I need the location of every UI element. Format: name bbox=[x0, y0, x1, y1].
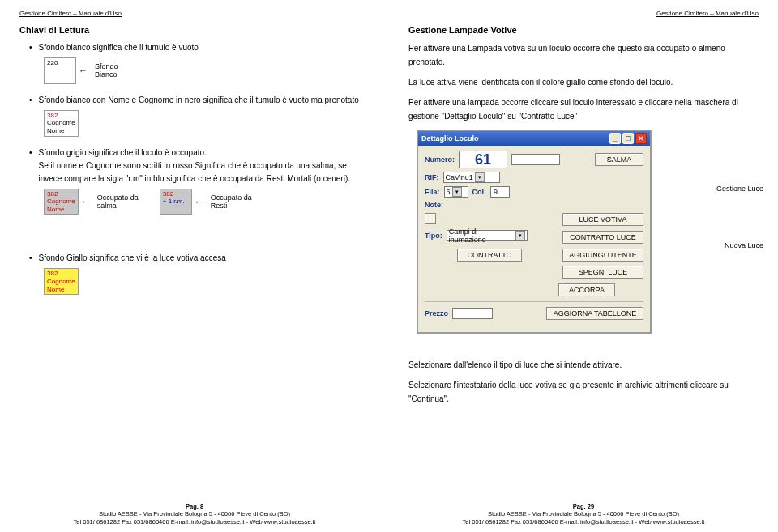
close-button[interactable]: × bbox=[635, 133, 647, 144]
col-label: Col: bbox=[472, 188, 487, 196]
tipo-select[interactable]: Campi di inumazione ▾ bbox=[447, 230, 528, 241]
arrow-icon bbox=[76, 66, 90, 75]
bullet-icon: • bbox=[29, 147, 32, 160]
cell-yellow: 382 Cognome Nome bbox=[44, 268, 79, 295]
side-note-gestione-luce: Gestione Luce bbox=[716, 185, 763, 194]
chevron-down-icon[interactable]: ▾ bbox=[475, 172, 485, 182]
bullet-3-p2: Se il nome e Cognome sono scritti in ros… bbox=[39, 161, 351, 183]
cell-rm: + 1 r.m. bbox=[163, 198, 185, 205]
footer-right: Pag. 29 Studio AESSE - Via Provinciale B… bbox=[408, 500, 759, 526]
numero-label: Numero: bbox=[425, 155, 455, 164]
bullet-icon: • bbox=[29, 94, 32, 107]
salma-button[interactable]: SALMA bbox=[595, 153, 643, 166]
footer-line3: Tel 051/ 6861282 Fax 051/6860406 E-mail:… bbox=[463, 518, 705, 526]
accorpa-button[interactable]: ACCORPA bbox=[558, 283, 615, 296]
cell-cognome: Cognome bbox=[47, 278, 75, 285]
luce-votiva-button[interactable]: LUCE VOTIVA bbox=[562, 213, 643, 226]
cell-num: 382 bbox=[47, 112, 58, 119]
dialog-titlebar[interactable]: Dettaglio Loculo _ □ × bbox=[418, 131, 650, 146]
bullet-text-3: Sfondo grigio significa che il loculo è … bbox=[39, 147, 370, 185]
content-right: Gestione Lampade Votive Per attivare una… bbox=[408, 25, 759, 500]
contratto-button[interactable]: CONTRATTO bbox=[457, 249, 522, 262]
bullet-3-p1: Sfondo grigio significa che il loculo è … bbox=[39, 148, 207, 157]
paragraph-5: Selezionare l'intestatario della luce vo… bbox=[408, 378, 759, 406]
arrow-icon bbox=[192, 197, 206, 206]
footer-left: Pag. 8 Studio AESSE - Via Provinciale Bo… bbox=[19, 500, 370, 526]
footer-line3: Tel 051/ 6861282 Fax 051/6860406 E-mail:… bbox=[74, 518, 316, 526]
example-row-3: 382 Cognome Nome Occupato da salma 382 +… bbox=[44, 189, 370, 215]
tipo-value: Campi di inumazione bbox=[449, 228, 514, 244]
cell-label-line1: Sfondo bbox=[95, 62, 118, 70]
cell-num: 382 bbox=[47, 190, 58, 198]
cell-label-3b: Occupato da Resti bbox=[211, 194, 252, 210]
cell-num: 220 bbox=[47, 59, 58, 66]
bullet-text-2: Sfondo bianco con Nome e Cognome in nero… bbox=[39, 94, 370, 107]
chapter-title-right: Gestione Lampade Votive bbox=[408, 25, 759, 35]
contratto-luce-button[interactable]: CONTRATTO LUCE bbox=[562, 231, 643, 244]
spegni-luce-button[interactable]: SPEGNI LUCE bbox=[562, 266, 643, 279]
cell-nome: Nome bbox=[47, 206, 64, 213]
bullet-text-1: Sfondo bianco significa che il tumulo è … bbox=[39, 41, 370, 54]
paragraph-2: La luce attiva viene identificata con il… bbox=[408, 75, 759, 89]
rif-select[interactable]: CaVinu1 ▾ bbox=[443, 172, 500, 183]
cell-label-3a: Occupato da salma bbox=[97, 194, 139, 210]
paragraph-1: Per attivare una Lampada votiva su un lo… bbox=[408, 41, 759, 69]
content-left: Chiavi di Lettura • Sfondo bianco signif… bbox=[19, 25, 370, 500]
dialog-body: Numero: 61 SALMA RIF: CaVinu1 ▾ bbox=[418, 146, 650, 332]
tipo-label: Tipo: bbox=[425, 232, 442, 240]
note-expand-button[interactable]: - bbox=[425, 213, 436, 224]
fila-label: Fila: bbox=[425, 188, 440, 196]
cell-cognome: Cognome bbox=[47, 198, 75, 205]
prezzo-field[interactable] bbox=[452, 308, 493, 319]
cell-white-named: 382 Cognome Nome bbox=[44, 110, 79, 137]
header-right: Gestione Cimitero – Manuale d'Uso bbox=[408, 10, 759, 17]
example-row-4: 382 Cognome Nome bbox=[44, 268, 370, 295]
note-label: Note: bbox=[425, 201, 443, 209]
rif-value: CaVinu1 bbox=[446, 173, 473, 181]
bullet-text-4: Sfondo Giallo significa che vi è la luce… bbox=[39, 252, 370, 265]
page-left: Gestione Cimitero – Manuale d'Uso Chiavi… bbox=[0, 0, 389, 532]
dialog-separator bbox=[425, 301, 643, 302]
bullet-item-4: • Sfondo Giallo significa che vi è la lu… bbox=[29, 252, 370, 265]
example-row-1: 220 Sfondo Bianco bbox=[44, 57, 370, 84]
col-field[interactable]: 9 bbox=[490, 186, 510, 198]
cell-nome: Nome bbox=[47, 286, 64, 293]
cell-num: 382 bbox=[47, 270, 58, 277]
bullet-item-2: • Sfondo bianco con Nome e Cognome in ne… bbox=[29, 94, 370, 107]
fila-value: 6 bbox=[447, 188, 451, 196]
cell-white: 220 bbox=[44, 57, 76, 84]
prezzo-label: Prezzo bbox=[425, 309, 448, 317]
header-left: Gestione Cimitero – Manuale d'Uso bbox=[19, 10, 370, 17]
bullet-icon: • bbox=[29, 41, 32, 54]
page-number: Pag. 29 bbox=[573, 503, 594, 510]
chevron-down-icon[interactable]: ▾ bbox=[515, 231, 525, 240]
paragraph-3: Per attivare una lampada occorre cliccar… bbox=[408, 96, 759, 123]
cell-grey-resti: 382 + 1 r.m. bbox=[160, 189, 192, 215]
aggiungi-utente-button[interactable]: AGGIUNGI UTENTE bbox=[562, 249, 643, 262]
cell-num: 382 bbox=[163, 190, 173, 198]
cell-label-1: Sfondo Bianco bbox=[95, 62, 118, 79]
numero-field[interactable]: 61 bbox=[459, 151, 507, 168]
side-note-nuova-luce: Nuova Luce bbox=[725, 241, 763, 250]
dialog-title: Dettaglio Loculo bbox=[421, 134, 479, 143]
aggiorna-tabellone-button[interactable]: AGGIORNA TABELLONE bbox=[546, 307, 643, 320]
bullet-item-3: • Sfondo grigio significa che il loculo … bbox=[29, 147, 370, 185]
cell-grey-salma: 382 Cognome Nome bbox=[44, 189, 79, 215]
cell-nome: Nome bbox=[47, 127, 64, 134]
bullet-icon: • bbox=[29, 252, 32, 265]
numero-field2[interactable] bbox=[511, 154, 560, 165]
cell-label-line2: Bianco bbox=[95, 70, 118, 79]
fila-select[interactable]: 6 ▾ bbox=[444, 186, 468, 198]
chapter-title-left: Chiavi di Lettura bbox=[19, 25, 370, 35]
page-number: Pag. 8 bbox=[186, 503, 203, 510]
footer-line2: Studio AESSE - Via Provinciale Bologna 5… bbox=[488, 510, 679, 517]
dettaglio-loculo-dialog: Dettaglio Loculo _ □ × Numero: 61 SALMA bbox=[417, 130, 652, 334]
chevron-down-icon[interactable]: ▾ bbox=[452, 187, 462, 197]
rif-label: RIF: bbox=[425, 173, 439, 181]
footer-line2: Studio AESSE - Via Provinciale Bologna 5… bbox=[99, 510, 290, 517]
cell-cognome: Cognome bbox=[47, 119, 75, 126]
minimize-button[interactable]: _ bbox=[609, 133, 621, 144]
maximize-button[interactable]: □ bbox=[622, 133, 634, 144]
example-row-2: 382 Cognome Nome bbox=[44, 110, 370, 137]
bullet-item-1: • Sfondo bianco significa che il tumulo … bbox=[29, 41, 370, 54]
